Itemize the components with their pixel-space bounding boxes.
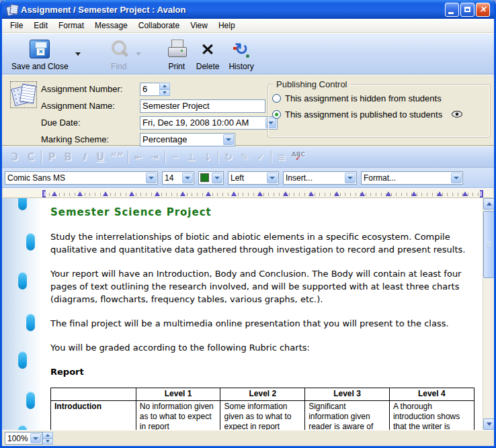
toolbar-separator (218, 150, 218, 164)
marking-scheme-select[interactable]: Percentage (140, 133, 235, 146)
save-and-close-label: Save and Close (11, 62, 69, 71)
scroll-up-button[interactable] (483, 198, 494, 210)
ruler-tab-marker (180, 191, 185, 196)
delete-label: Delete (196, 62, 220, 71)
assignment-name-input[interactable]: Semester Project (140, 99, 265, 113)
stepper-up-icon[interactable] (42, 432, 53, 439)
close-button[interactable]: ✕ (476, 3, 490, 17)
assignment-number-input[interactable]: 6 (140, 83, 160, 96)
delete-button[interactable]: ✕ Delete (192, 36, 224, 73)
spellcheck-icon[interactable]: ABC✓ (292, 152, 305, 161)
stepper-down-icon[interactable] (159, 89, 170, 96)
binder-hole (18, 272, 27, 289)
hidden-radio[interactable] (272, 94, 281, 103)
italic-icon[interactable]: I (78, 151, 90, 163)
bold-icon[interactable]: B (62, 151, 74, 163)
chevron-down-icon (487, 422, 492, 426)
save-and-close-button[interactable]: ✕ Save and Close (7, 36, 73, 73)
table-header-row: Level 1 Level 2 Level 3 Level 4 (51, 388, 474, 401)
menu-format[interactable]: Format (53, 19, 89, 32)
accept-icon[interactable]: ✓ (255, 151, 267, 163)
chevron-down-icon[interactable] (223, 134, 234, 145)
chevron-down-icon[interactable] (212, 173, 222, 183)
font-family-select[interactable]: Comic Sans MS (5, 171, 158, 185)
menu-edit[interactable]: Edit (28, 19, 53, 32)
zoom-stepper[interactable] (42, 432, 53, 445)
save-dropdown-caret-icon[interactable] (75, 52, 81, 56)
tab-stop-icon[interactable]: ┉ (169, 151, 181, 163)
redo-icon[interactable]: C (25, 151, 37, 163)
published-radio[interactable] (272, 110, 281, 119)
assignment-number-stepper[interactable] (159, 83, 170, 96)
font-size-select[interactable]: 14 (162, 171, 194, 185)
format-select[interactable]: Format... (361, 171, 463, 185)
menu-message[interactable]: Message (89, 19, 133, 32)
indent-icon[interactable]: ⇥ (149, 151, 161, 163)
history-button[interactable]: ↻ History (224, 36, 257, 73)
zoom-select[interactable]: 100% (5, 432, 42, 445)
chevron-down-icon[interactable] (451, 173, 462, 183)
find-label: Find (111, 62, 126, 71)
binder-hole (18, 351, 27, 369)
save-icon: ✕ (30, 40, 50, 58)
notebook-binder (2, 198, 41, 430)
left-indent-marker[interactable] (42, 190, 46, 197)
arrow-down-icon[interactable]: ↓ (202, 151, 214, 163)
chevron-down-icon[interactable] (146, 173, 157, 183)
paragraph-icon[interactable]: P (46, 151, 58, 163)
font-toolbar: Comic Sans MS 14 Left Insert... Format..… (2, 168, 494, 188)
chevron-down-icon[interactable] (267, 173, 278, 183)
menu-file[interactable]: File (5, 19, 28, 32)
formatting-toolbar: ƆCPBIU“”⇤⇥┉⊥↓↻✎✓≋ABC✓ (2, 146, 494, 168)
doc-paragraph: Study the interrelationships of biotic a… (50, 230, 479, 256)
printer-icon (167, 40, 187, 58)
ruler-tab-marker (206, 191, 211, 196)
ruler-tab-marker (231, 191, 237, 196)
chevron-down-icon[interactable] (30, 433, 41, 443)
refresh-icon[interactable]: ↻ (222, 151, 235, 163)
doc-paragraph: Your report will have an Introduction, B… (50, 267, 479, 306)
document-body[interactable]: Semester Science Project Study the inter… (41, 198, 483, 430)
underline-icon[interactable]: U (94, 151, 106, 163)
published-radio-label: This assignment is published to students (285, 109, 442, 120)
ruler-tab-marker (103, 191, 108, 196)
quote-icon[interactable]: “” (110, 151, 124, 163)
binder-hole (26, 392, 35, 409)
vertical-scrollbar[interactable] (483, 198, 494, 430)
menu-view[interactable]: View (185, 19, 213, 32)
baseline-icon[interactable]: ⊥ (185, 151, 198, 163)
stepper-down-icon[interactable] (42, 439, 53, 445)
due-date-label: Due Date: (41, 118, 140, 128)
maximize-button[interactable] (460, 3, 474, 17)
stepper-up-icon[interactable] (159, 83, 170, 89)
pen-icon[interactable]: ✎ (239, 151, 251, 163)
chevron-down-icon[interactable] (182, 173, 193, 183)
scrollbar-thumb[interactable] (483, 211, 494, 278)
minimize-button[interactable] (445, 3, 459, 17)
title-bar: Assignment / Semester Project : Avalon ✕ (2, 0, 494, 19)
binder-hole (18, 198, 27, 210)
table-header-cell: Level 4 (389, 388, 474, 401)
due-date-select[interactable]: Fri, Dec 19, 2008 10:00 AM (140, 116, 278, 130)
signature-icon[interactable]: ≋ (276, 151, 288, 163)
table-cell: A thorough introduction shows that the w… (389, 401, 474, 431)
doc-heading: Semester Science Project (50, 206, 479, 219)
font-color-select[interactable] (198, 171, 224, 185)
ruler-tab-marker (77, 191, 83, 196)
alignment-select[interactable]: Left (228, 171, 279, 185)
ruler-tab-marker (411, 191, 417, 196)
undo-icon[interactable]: Ɔ (9, 151, 21, 163)
doc-paragraph: You will be graded according to the foll… (50, 341, 479, 354)
scroll-down-button[interactable] (483, 418, 494, 430)
find-button[interactable]: Find (105, 36, 133, 73)
chevron-down-icon[interactable] (345, 173, 356, 183)
search-icon (109, 39, 129, 59)
print-button[interactable]: Print (163, 36, 191, 73)
menu-help[interactable]: Help (213, 19, 241, 32)
toolbar-separator (128, 150, 128, 164)
find-dropdown-caret-icon[interactable] (136, 52, 141, 56)
insert-select[interactable]: Insert... (283, 171, 357, 185)
right-indent-marker[interactable] (480, 190, 483, 197)
menu-collaborate[interactable]: Collaborate (133, 19, 185, 32)
outdent-icon[interactable]: ⇤ (132, 151, 144, 163)
